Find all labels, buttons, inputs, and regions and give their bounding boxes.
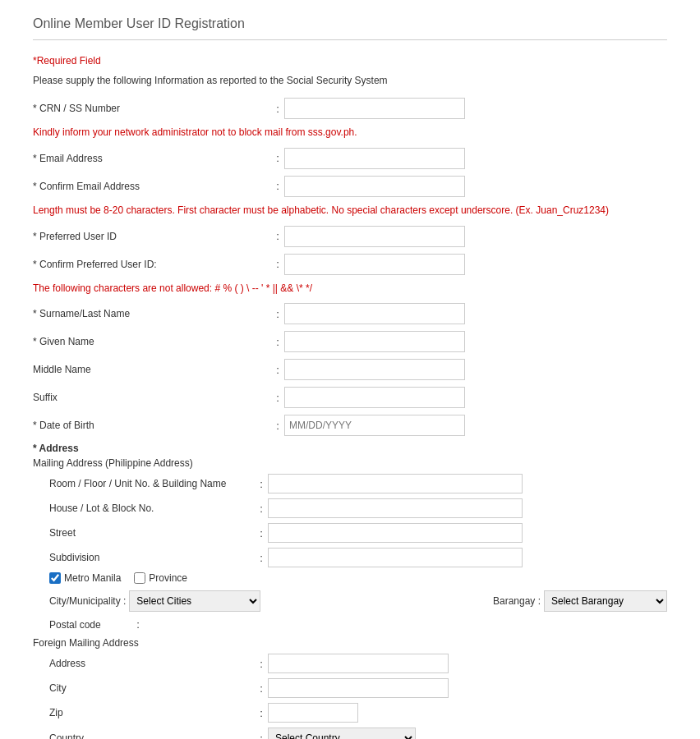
middle-name-input-wrapper — [284, 359, 667, 380]
foreign-country-select-wrapper: Select Country — [268, 728, 416, 739]
city-select[interactable]: Select Cities — [129, 590, 260, 612]
subdivision-colon: : — [255, 552, 268, 564]
confirm-email-input[interactable] — [284, 176, 465, 197]
foreign-address-input[interactable] — [268, 654, 449, 673]
foreign-address-row: Address : — [33, 654, 667, 673]
email-input-wrapper — [284, 148, 667, 169]
confirm-uid-row: * Confirm Preferred User ID: : — [33, 254, 667, 275]
street-input-wrapper — [268, 523, 667, 543]
house-row: House / Lot & Block No. : — [33, 498, 667, 518]
metro-manila-checkbox-label[interactable]: Metro Manila — [49, 572, 121, 584]
barangay-select[interactable]: Select Barangay — [544, 590, 667, 612]
dob-input[interactable] — [284, 415, 465, 436]
metro-manila-checkbox[interactable] — [49, 572, 61, 584]
given-name-input[interactable] — [284, 331, 465, 352]
title-divider — [33, 39, 667, 40]
preferred-uid-input-wrapper — [284, 226, 667, 247]
postal-colon: : — [131, 618, 145, 631]
address-section-label: * Address — [33, 443, 667, 454]
subdivision-row: Subdivision : — [33, 548, 667, 567]
city-label: City/Municipality : — [33, 595, 126, 607]
crn-input-wrapper — [284, 98, 667, 119]
page-wrapper: Online Member User ID Registration *Requ… — [0, 0, 700, 739]
postal-row: Postal code : — [33, 618, 667, 631]
confirm-uid-input[interactable] — [284, 254, 465, 275]
foreign-city-input-wrapper — [268, 678, 449, 698]
subdivision-input-wrapper — [268, 548, 667, 567]
suffix-input-wrapper — [284, 387, 667, 408]
street-row: Street : — [33, 523, 667, 543]
city-barangay-row: City/Municipality : Select Cities Barang… — [33, 590, 667, 612]
given-name-label: * Given Name — [33, 336, 271, 347]
room-input-wrapper — [268, 474, 667, 493]
foreign-city-colon: : — [255, 682, 268, 695]
middle-name-row: Middle Name : — [33, 359, 667, 380]
suffix-row: Suffix : — [33, 387, 667, 408]
given-name-row: * Given Name : — [33, 331, 667, 352]
confirm-email-row: * Confirm Email Address : — [33, 176, 667, 197]
foreign-zip-input-wrapper — [268, 703, 358, 723]
foreign-country-row: Country : Select Country — [33, 728, 667, 739]
password-notice: Length must be 8-20 characters. First ch… — [33, 204, 667, 218]
foreign-zip-input[interactable] — [268, 703, 358, 723]
room-row: Room / Floor / Unit No. & Building Name … — [33, 474, 667, 493]
foreign-zip-label: Zip — [33, 707, 255, 718]
confirm-uid-input-wrapper — [284, 254, 667, 275]
confirm-email-input-wrapper — [284, 176, 667, 197]
middle-name-colon: : — [271, 364, 284, 376]
preferred-uid-input[interactable] — [284, 226, 465, 247]
house-label: House / Lot & Block No. — [33, 503, 255, 514]
email-row: * Email Address : — [33, 148, 667, 169]
foreign-address-label: Address — [33, 658, 255, 669]
barangay-label: Barangay : — [493, 595, 541, 607]
crn-input[interactable] — [284, 98, 465, 119]
province-checkbox-label[interactable]: Province — [134, 572, 187, 584]
required-note: *Required Field — [33, 55, 667, 67]
dob-label: * Date of Birth — [33, 420, 271, 431]
suffix-input[interactable] — [284, 387, 465, 408]
foreign-city-row: City : — [33, 678, 667, 698]
province-checkbox[interactable] — [134, 572, 145, 584]
given-name-colon: : — [271, 336, 284, 348]
crn-row: * CRN / SS Number : — [33, 98, 667, 119]
foreign-city-input[interactable] — [268, 678, 449, 698]
surname-label: * Surname/Last Name — [33, 308, 271, 319]
foreign-address-colon: : — [255, 658, 268, 670]
metro-manila-label: Metro Manila — [64, 572, 121, 584]
street-label: Street — [33, 527, 255, 539]
foreign-section-label: Foreign Mailing Address — [33, 637, 667, 649]
surname-input[interactable] — [284, 303, 465, 324]
confirm-email-colon: : — [271, 180, 284, 192]
surname-input-wrapper — [284, 303, 667, 324]
checkbox-row: Metro Manila Province — [33, 572, 667, 584]
confirm-uid-colon: : — [271, 258, 284, 270]
subdivision-input[interactable] — [268, 548, 523, 567]
street-colon: : — [255, 527, 268, 539]
surname-colon: : — [271, 308, 284, 320]
country-select[interactable]: Select Country — [268, 728, 416, 739]
subdivision-label: Subdivision — [33, 552, 255, 563]
suffix-label: Suffix — [33, 392, 271, 403]
street-input[interactable] — [268, 523, 523, 543]
chars-notice: The following characters are not allowed… — [33, 282, 667, 296]
foreign-country-colon: : — [255, 732, 268, 739]
mailing-section-label: Mailing Address (Philippine Address) — [33, 457, 667, 469]
foreign-zip-row: Zip : — [33, 703, 667, 723]
network-notice: Kindly inform your network administrator… — [33, 126, 667, 140]
preferred-uid-row: * Preferred User ID : — [33, 226, 667, 247]
suffix-colon: : — [271, 392, 284, 404]
page-title: Online Member User ID Registration — [33, 16, 667, 31]
postal-label: Postal code — [49, 619, 131, 631]
room-colon: : — [255, 478, 268, 490]
room-input[interactable] — [268, 474, 523, 493]
email-label: * Email Address — [33, 153, 271, 164]
dob-colon: : — [271, 420, 284, 432]
middle-name-input[interactable] — [284, 359, 465, 380]
confirm-email-label: * Confirm Email Address — [33, 181, 271, 192]
house-input-wrapper — [268, 498, 667, 518]
crn-colon: : — [271, 103, 284, 115]
surname-row: * Surname/Last Name : — [33, 303, 667, 324]
email-input[interactable] — [284, 148, 465, 169]
house-input[interactable] — [268, 498, 523, 518]
dob-row: * Date of Birth : — [33, 415, 667, 436]
